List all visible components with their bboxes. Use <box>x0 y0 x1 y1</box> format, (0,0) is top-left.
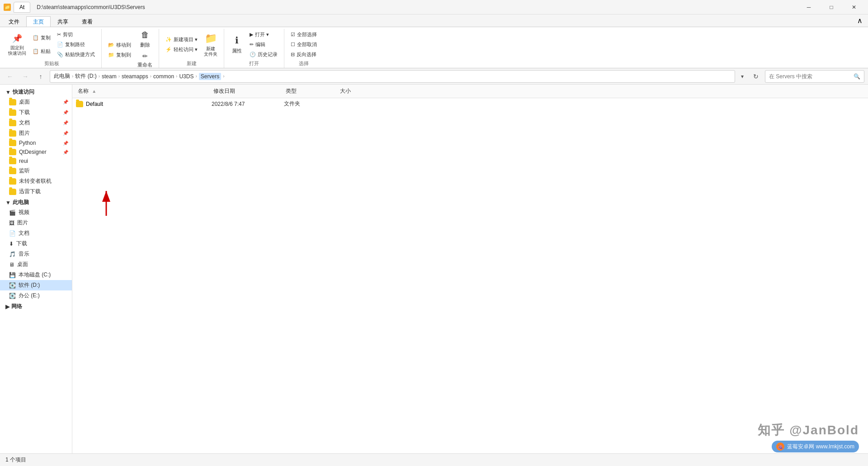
table-row[interactable]: Default 2022/8/6 7:47 文件夹 <box>72 98 868 109</box>
clipboard-label: 剪贴板 <box>44 60 59 68</box>
sidebar-item-qtdesigner[interactable]: QtDesigner 📌 <box>0 147 72 157</box>
pictures-icon: 🖼 <box>9 220 14 226</box>
new-item-button[interactable]: ✨ 新建项目 ▾ <box>163 35 200 44</box>
select-items: ☑ 全部选择 ☐ 全部取消 ⊟ 反向选择 <box>288 29 320 60</box>
col-header-size[interactable]: 大小 <box>338 86 383 96</box>
sidebar-item-drive-d[interactable]: 💽 软件 (D:) <box>0 280 72 290</box>
paste-button[interactable]: 📋 粘贴 <box>30 45 53 58</box>
drive-d-icon: 💽 <box>9 282 16 289</box>
history-button[interactable]: 🕐 历史记录 <box>247 50 280 59</box>
sidebar-item-pictures1[interactable]: 图片 📌 <box>0 128 72 138</box>
delete-button[interactable]: 🗑 删除 <box>135 29 155 49</box>
sidebar-item-thunder[interactable]: 迅雷下载 <box>0 186 72 197</box>
open-col: ▶ 打开 ▾ ✏ 编辑 🕐 历史记录 <box>247 30 280 59</box>
tab-file[interactable]: 文件 <box>2 16 26 27</box>
invert-selection-button[interactable]: ⊟ 反向选择 <box>288 50 320 59</box>
sidebar-item-desktop2[interactable]: 🖥 桌面 <box>0 259 72 270</box>
this-pc-section[interactable]: ▼ 此电脑 <box>0 197 72 207</box>
pc-breadcrumb[interactable]: 此电脑 <box>54 72 70 80</box>
up-button[interactable]: ↑ <box>34 70 47 83</box>
forward-button[interactable]: → <box>19 70 32 83</box>
network-section[interactable]: ▶ 网络 <box>0 301 72 311</box>
new-folder-button[interactable]: 📁 新建文件夹 <box>201 31 220 58</box>
quick-access-section[interactable]: ▼ 快速访问 <box>0 86 72 97</box>
sidebar-item-monitor[interactable]: 监听 <box>0 166 72 176</box>
search-bar[interactable]: 🔍 <box>765 70 864 83</box>
sidebar-item-reui[interactable]: reui <box>0 157 72 166</box>
col-header-date[interactable]: 修改日期 <box>212 86 284 96</box>
address-bar[interactable]: 此电脑 › 软件 (D:) › steam › steamapps › comm… <box>50 70 735 83</box>
sidebar-item-documents2[interactable]: 📄 文档 <box>0 228 72 238</box>
tab-home[interactable]: 主页 <box>26 16 51 27</box>
sidebar-item-python[interactable]: Python 📌 <box>0 138 72 147</box>
sidebar-item-transformers[interactable]: 未转变者联机 <box>0 176 72 186</box>
sidebar-item-label: 监听 <box>19 167 30 175</box>
open-label: 打开 <box>249 60 259 68</box>
paste-shortcut-button[interactable]: 📎 粘贴快捷方式 <box>54 50 98 59</box>
copy-to-button[interactable]: 📁 复制到 <box>105 50 134 59</box>
sidebar-item-downloads1[interactable]: 下载 📌 <box>0 107 72 118</box>
edit-button[interactable]: ✏ 编辑 <box>247 40 280 49</box>
pin-quick-access-button[interactable]: 📌 固定到快速访问 <box>5 31 29 58</box>
folder-icon <box>9 178 16 185</box>
common-breadcrumb[interactable]: common <box>153 73 174 80</box>
sidebar-item-pictures2[interactable]: 🖼 图片 <box>0 218 72 228</box>
copy-path-icon: 📄 <box>57 42 63 48</box>
cut-button[interactable]: ✂ 剪切 <box>54 30 98 39</box>
rename-button[interactable]: ✏ 重命名 <box>135 50 155 71</box>
sidebar-item-music[interactable]: 🎵 音乐 <box>0 249 72 259</box>
pin-icon: 📌 <box>63 141 68 146</box>
folder-icon <box>9 99 16 105</box>
drive-breadcrumb[interactable]: 软件 (D:) <box>75 72 96 80</box>
copy-button[interactable]: 📋 复制 <box>30 32 53 44</box>
u3ds-breadcrumb[interactable]: U3DS <box>179 73 193 80</box>
sidebar-item-label: 软件 (D:) <box>19 281 40 289</box>
steam-breadcrumb[interactable]: steam <box>102 73 117 80</box>
title-tab-1[interactable]: At <box>14 2 30 13</box>
folder-icon <box>9 140 16 146</box>
properties-icon: ℹ <box>235 35 239 46</box>
select-all-button[interactable]: ☑ 全部选择 <box>288 30 320 39</box>
col-header-type[interactable]: 类型 <box>284 86 338 96</box>
search-input[interactable] <box>769 73 852 80</box>
cut-col: ✂ 剪切 📄 复制路径 📎 粘贴快捷方式 <box>54 30 98 59</box>
new-item-col: ✨ 新建项目 ▾ ⚡ 轻松访问 ▾ <box>163 35 200 54</box>
properties-button[interactable]: ℹ 属性 <box>228 31 246 58</box>
search-icon: 🔍 <box>854 73 860 80</box>
address-dropdown[interactable]: ▾ <box>738 70 747 83</box>
move-icon: 📂 <box>108 42 114 48</box>
tab-view[interactable]: 查看 <box>75 16 99 27</box>
minimize-button[interactable]: ─ <box>798 0 819 14</box>
refresh-button[interactable]: ↻ <box>750 70 762 83</box>
delete-icon: 🗑 <box>141 30 149 40</box>
deselect-all-button[interactable]: ☐ 全部取消 <box>288 40 320 49</box>
back-button[interactable]: ← <box>4 70 16 83</box>
open-button[interactable]: ▶ 打开 ▾ <box>247 30 280 39</box>
servers-breadcrumb[interactable]: Servers <box>199 73 221 80</box>
sidebar-item-label: 办公 (E:) <box>19 292 40 300</box>
sidebar-item-downloads2[interactable]: ⬇ 下载 <box>0 238 72 249</box>
steamapps-breadcrumb[interactable]: steamapps <box>122 73 148 80</box>
col-header-name[interactable]: 名称 ▲ <box>76 86 212 96</box>
maximize-button[interactable]: □ <box>821 0 842 14</box>
ribbon-collapse[interactable]: ∧ <box>857 14 866 27</box>
sidebar-item-documents1[interactable]: 文档 📌 <box>0 118 72 128</box>
sidebar-item-drive-c[interactable]: 💾 本地磁盘 (C:) <box>0 270 72 280</box>
sidebar-item-desktop1[interactable]: 桌面 📌 <box>0 97 72 107</box>
this-pc-label: 此电脑 <box>13 199 29 206</box>
folder-icon <box>9 189 16 195</box>
move-to-button[interactable]: 📂 移动到 <box>105 40 134 49</box>
ribbon-group-new: ✨ 新建项目 ▾ ⚡ 轻松访问 ▾ 📁 新建文件夹 新建 <box>159 29 224 68</box>
tab-share[interactable]: 共享 <box>51 16 75 27</box>
folder-icon <box>9 168 16 174</box>
sidebar-item-drive-e[interactable]: 💽 办公 (E:) <box>0 290 72 301</box>
main-layout: ▼ 快速访问 桌面 📌 下载 📌 文档 📌 图片 📌 Python 📌 <box>0 85 868 453</box>
select-label: 选择 <box>299 60 309 68</box>
sidebar: ▼ 快速访问 桌面 📌 下载 📌 文档 📌 图片 📌 Python 📌 <box>0 85 72 453</box>
easy-access-icon: ⚡ <box>165 47 172 52</box>
easy-access-button[interactable]: ⚡ 轻松访问 ▾ <box>163 45 200 54</box>
organize-items: 📂 移动到 📁 复制到 🗑 删除 ✏ 重命名 <box>105 29 155 71</box>
close-button[interactable]: ✕ <box>844 0 864 14</box>
sidebar-item-videos[interactable]: 🎬 视频 <box>0 207 72 218</box>
copy-path-button[interactable]: 📄 复制路径 <box>54 40 98 49</box>
